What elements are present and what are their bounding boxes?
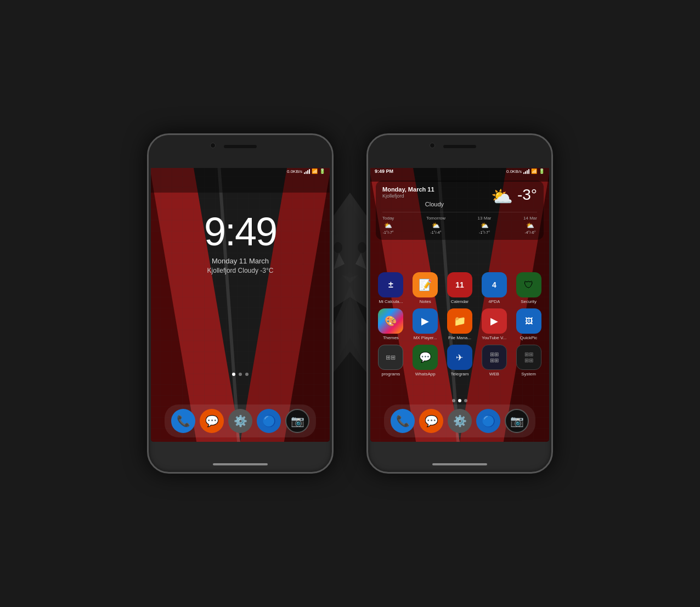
messages-icon-right: 💬 bbox=[425, 414, 438, 428]
phones-container: 0.0KB/s 📶 🔋 9:49 Monday 11 Ma bbox=[147, 133, 553, 474]
web-label: WEB bbox=[489, 372, 499, 376]
notes-icon: 📝 bbox=[413, 272, 438, 297]
themes-label: Themes bbox=[383, 335, 399, 340]
dock-clock-left[interactable]: 🔵 bbox=[257, 409, 281, 433]
clock-icon: 🔵 bbox=[262, 414, 276, 428]
app-calendar[interactable]: 11 Calendar bbox=[444, 272, 476, 304]
weather-date: Monday, March 11 bbox=[382, 186, 487, 193]
dock-settings-right[interactable]: ⚙️ bbox=[448, 409, 472, 433]
app-mx-player[interactable]: ▶ MX Player... bbox=[409, 308, 442, 340]
dock-left: 📞 💬 ⚙️ 🔵 📷 bbox=[165, 404, 316, 437]
youtube-label: YouTube V... bbox=[482, 335, 506, 340]
file-manager-icon: 📁 bbox=[447, 308, 472, 334]
web-icon: ⊞⊞⊞⊞ bbox=[482, 345, 507, 370]
vol-down-right bbox=[366, 237, 368, 256]
system-icon: ⊞⊞⊞⊞ bbox=[516, 345, 541, 370]
dock-messages-right[interactable]: 💬 bbox=[419, 409, 443, 433]
forecast-13mar: 13 Mar ⛅ -1°/-7° bbox=[478, 216, 492, 234]
camera-icon: 📷 bbox=[291, 414, 304, 428]
themes-icon: 🎨 bbox=[378, 308, 403, 334]
forecast-label-14: 14 Mar bbox=[523, 216, 537, 221]
home-bar-left[interactable] bbox=[213, 463, 268, 465]
app-web[interactable]: ⊞⊞⊞⊞ WEB bbox=[478, 345, 510, 376]
dock-messages-left[interactable]: 💬 bbox=[200, 409, 224, 433]
app-programs[interactable]: ⊞⊞ programs bbox=[375, 345, 407, 376]
4pda-icon: 4 bbox=[482, 272, 507, 297]
data-speed-left: 0.0KB/s bbox=[287, 169, 302, 174]
mi-calculator-icon: ± bbox=[378, 272, 403, 297]
app-notes[interactable]: 📝 Notes bbox=[409, 272, 442, 304]
home-bar-right[interactable] bbox=[432, 463, 487, 465]
dot-2 bbox=[239, 373, 242, 376]
wifi-icon-left: 📶 bbox=[312, 168, 318, 174]
home-dot-1 bbox=[452, 399, 455, 402]
lock-screen-content: 9:49 Monday 11 March Kjollefjord Cloudy … bbox=[151, 165, 330, 442]
vol-down-left bbox=[147, 237, 148, 256]
app-4pda[interactable]: 4 4PDA bbox=[478, 272, 510, 304]
lock-weather: Kjollefjord Cloudy -3°C bbox=[207, 267, 274, 274]
status-time-right: 9:49 PM bbox=[375, 168, 393, 174]
telegram-icon: ✈ bbox=[447, 345, 472, 370]
dock-phone-right[interactable]: 📞 bbox=[391, 409, 415, 433]
weather-city: Kjollefjord bbox=[382, 193, 487, 199]
lock-screen: 0.0KB/s 📶 🔋 9:49 Monday 11 Ma bbox=[151, 165, 330, 442]
whatsapp-icon: 💬 bbox=[413, 345, 438, 370]
wallpaper-right: 9:49 PM 0.0KB/s 📶 🔋 bbox=[370, 165, 549, 442]
app-quickpic[interactable]: 🖼 QuickPic bbox=[512, 308, 545, 340]
youtube-icon: ▶ bbox=[482, 308, 507, 334]
speaker-right bbox=[443, 145, 476, 148]
dock-settings-left[interactable]: ⚙️ bbox=[228, 409, 252, 433]
dot-1 bbox=[232, 373, 235, 376]
weather-temp: -3° bbox=[517, 186, 537, 204]
dock-camera-left[interactable]: 📷 bbox=[285, 409, 309, 433]
clock-icon-right: 🔵 bbox=[482, 414, 495, 428]
dock-camera-right[interactable]: 📷 bbox=[505, 409, 529, 433]
vol-up-left bbox=[147, 212, 148, 231]
phone-left: 0.0KB/s 📶 🔋 9:49 Monday 11 Ma bbox=[147, 133, 334, 474]
weather-forecast: Today ⛅ -1°/-7° Tomorrow ⛅ -1°/-4° 13 Ma… bbox=[382, 212, 537, 234]
dock-phone-left[interactable]: 📞 bbox=[171, 409, 195, 433]
app-telegram[interactable]: ✈ Telegram bbox=[444, 345, 476, 376]
app-file-manager[interactable]: 📁 File Mana... bbox=[444, 308, 476, 340]
battery-icon-right: 🔋 bbox=[539, 168, 545, 174]
system-label: System bbox=[521, 372, 536, 376]
file-manager-label: File Mana... bbox=[448, 335, 471, 340]
forecast-tomorrow: Tomorrow ⛅ -1°/-4° bbox=[426, 216, 445, 234]
lock-time: 9:49 bbox=[204, 209, 276, 254]
lock-date: Monday 11 March bbox=[212, 257, 269, 265]
speaker-left bbox=[224, 145, 257, 148]
quickpic-label: QuickPic bbox=[520, 335, 538, 340]
programs-label: programs bbox=[382, 372, 400, 376]
home-dot-3 bbox=[464, 399, 467, 402]
app-themes[interactable]: 🎨 Themes bbox=[375, 308, 407, 340]
app-grid: ± Mi Calcula... 📝 Notes 11 bbox=[375, 272, 545, 376]
weather-widget[interactable]: Monday, March 11 Kjollefjord Cloudy ⛅ -3… bbox=[376, 181, 544, 240]
page-dots-right bbox=[452, 399, 467, 402]
signal-icon-right bbox=[523, 168, 529, 174]
dock-right: 📞 💬 ⚙️ 🔵 📷 bbox=[384, 404, 535, 437]
battery-icon-left: 🔋 bbox=[319, 168, 325, 174]
forecast-temp-13: -1°/-7° bbox=[479, 231, 490, 234]
camera-right bbox=[430, 143, 435, 148]
page-dots-left bbox=[232, 373, 249, 376]
power-left bbox=[332, 223, 334, 250]
forecast-label-today: Today bbox=[382, 216, 394, 221]
notes-label: Notes bbox=[420, 299, 431, 304]
forecast-label-13: 13 Mar bbox=[478, 216, 492, 221]
home-dot-2 bbox=[458, 399, 461, 402]
dock-clock-right[interactable]: 🔵 bbox=[476, 409, 500, 433]
app-youtube[interactable]: ▶ YouTube V... bbox=[478, 308, 510, 340]
app-system[interactable]: ⊞⊞⊞⊞ System bbox=[512, 345, 545, 376]
phone-right: 9:49 PM 0.0KB/s 📶 🔋 bbox=[366, 133, 553, 474]
app-mi-calculator[interactable]: ± Mi Calcula... bbox=[375, 272, 407, 304]
forecast-label-tomorrow: Tomorrow bbox=[426, 216, 445, 221]
app-whatsapp[interactable]: 💬 WhatsApp bbox=[409, 345, 442, 376]
weather-location: Monday, March 11 Kjollefjord Cloudy bbox=[382, 186, 487, 207]
app-security[interactable]: 🛡 Security bbox=[512, 272, 545, 304]
programs-icon: ⊞⊞ bbox=[378, 345, 403, 370]
home-screen-content: Monday, March 11 Kjollefjord Cloudy ⛅ -3… bbox=[370, 165, 549, 442]
status-bar-right: 9:49 PM 0.0KB/s 📶 🔋 bbox=[370, 165, 549, 177]
mx-player-label: MX Player... bbox=[414, 335, 437, 340]
quickpic-icon: 🖼 bbox=[516, 308, 541, 334]
forecast-icon-today: ⛅ bbox=[384, 222, 392, 229]
